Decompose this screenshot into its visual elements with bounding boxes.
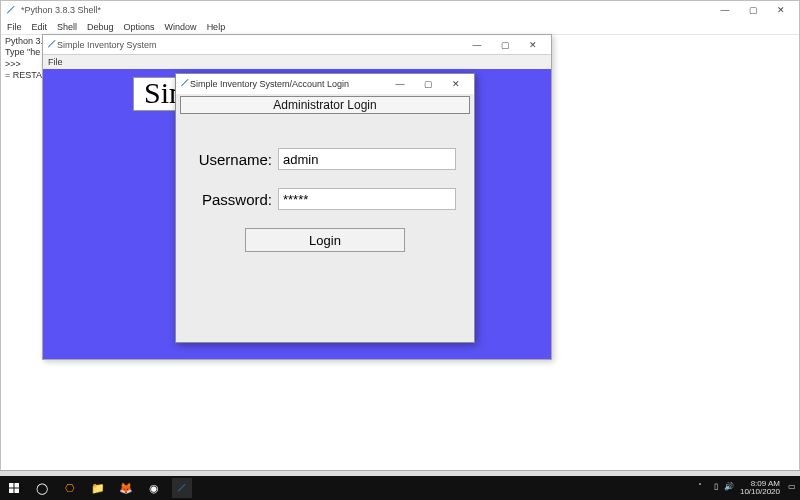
username-input[interactable]	[278, 148, 456, 170]
tray-chevron-up-icon[interactable]: ˄	[692, 483, 702, 493]
login-dialog: Simple Inventory System/Account Login — …	[175, 73, 475, 343]
taskbar-chrome-icon[interactable]: ◉	[144, 478, 164, 498]
shell-menu-help[interactable]: Help	[207, 22, 226, 32]
svg-rect-2	[9, 489, 14, 494]
login-button[interactable]: Login	[245, 228, 405, 252]
shell-line: >>>	[5, 59, 21, 69]
login-maximize-button[interactable]: ▢	[414, 76, 442, 92]
shell-menu-debug[interactable]: Debug	[87, 22, 114, 32]
taskbar-clock[interactable]: 8:09 AM 10/10/2020	[740, 480, 780, 496]
taskbar-cortana-icon[interactable]: ◯	[32, 478, 52, 498]
shell-line: Type "he	[5, 47, 40, 57]
shell-menu-options[interactable]: Options	[124, 22, 155, 32]
taskbar-date: 10/10/2020	[740, 488, 780, 496]
username-label: Username:	[194, 151, 278, 168]
svg-rect-0	[9, 483, 14, 488]
inventory-title: Simple Inventory System	[57, 40, 157, 50]
inventory-close-button[interactable]: ✕	[519, 37, 547, 53]
taskbar-app-icon[interactable]: ⎔	[60, 478, 80, 498]
shell-menu-edit[interactable]: Edit	[32, 22, 48, 32]
login-form: Username: Password: Login	[176, 114, 474, 252]
login-titlebar[interactable]: Simple Inventory System/Account Login — …	[176, 74, 474, 94]
password-input[interactable]	[278, 188, 456, 210]
python-icon	[5, 4, 17, 16]
taskbar-python-icon[interactable]	[172, 478, 192, 498]
tk-icon	[180, 78, 190, 90]
username-row: Username:	[194, 148, 456, 170]
login-close-button[interactable]: ✕	[442, 76, 470, 92]
system-tray: ˄ ▯ 🔊 8:09 AM 10/10/2020 ▭	[692, 480, 796, 496]
tray-notifications-icon[interactable]: ▭	[786, 483, 796, 493]
inventory-menubar: File	[43, 55, 551, 69]
login-title: Simple Inventory System/Account Login	[190, 79, 349, 89]
shell-title: *Python 3.8.3 Shell*	[21, 5, 101, 15]
password-label: Password:	[194, 191, 278, 208]
inventory-titlebar[interactable]: Simple Inventory System — ▢ ✕	[43, 35, 551, 55]
svg-rect-3	[15, 489, 20, 494]
shell-menubar: File Edit Shell Debug Options Window Hel…	[1, 19, 799, 35]
shell-titlebar[interactable]: *Python 3.8.3 Shell* — ▢ ✕	[1, 1, 799, 19]
taskbar-explorer-icon[interactable]: 📁	[88, 478, 108, 498]
inventory-minimize-button[interactable]: —	[463, 37, 491, 53]
taskbar: ◯ ⎔ 📁 🦊 ◉ ˄ ▯ 🔊 8:09 AM 10/10/2020 ▭	[0, 476, 800, 500]
shell-menu-file[interactable]: File	[7, 22, 22, 32]
tray-network-icon[interactable]: ▯	[708, 483, 718, 493]
shell-close-button[interactable]: ✕	[767, 2, 795, 18]
start-button[interactable]	[4, 478, 24, 498]
shell-menu-shell[interactable]: Shell	[57, 22, 77, 32]
tray-volume-icon[interactable]: 🔊	[724, 483, 734, 493]
login-header: Administrator Login	[180, 96, 470, 114]
password-row: Password:	[194, 188, 456, 210]
shell-menu-window[interactable]: Window	[165, 22, 197, 32]
tk-icon	[47, 39, 57, 51]
shell-minimize-button[interactable]: —	[711, 2, 739, 18]
svg-rect-1	[15, 483, 20, 488]
taskbar-firefox-icon[interactable]: 🦊	[116, 478, 136, 498]
inventory-maximize-button[interactable]: ▢	[491, 37, 519, 53]
shell-maximize-button[interactable]: ▢	[739, 2, 767, 18]
inventory-menu-file[interactable]: File	[48, 57, 63, 67]
login-minimize-button[interactable]: —	[386, 76, 414, 92]
